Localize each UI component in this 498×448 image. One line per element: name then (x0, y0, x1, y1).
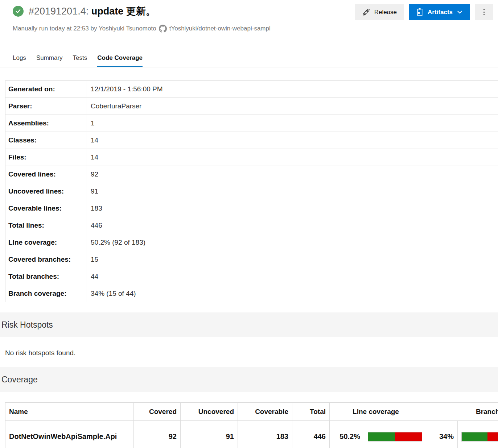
build-title-group: #20191201.4: update 更新。 (13, 4, 156, 17)
column-header-total[interactable]: Total (292, 403, 330, 421)
tab-logs[interactable]: Logs (13, 52, 26, 67)
detail-value: 183 (86, 200, 498, 217)
ellipsis-dot (483, 14, 485, 15)
page-title: #20191201.4: update 更新。 (29, 5, 156, 17)
covered-value: 92 (134, 421, 181, 448)
coverage-table-header-row: Name Covered Uncovered Coverable Total L… (5, 403, 498, 421)
table-row: Uncovered lines:91 (5, 183, 498, 200)
build-success-icon (13, 6, 24, 17)
detail-label: Uncovered lines: (5, 183, 86, 200)
zip-file-icon (416, 8, 424, 17)
table-row: Files:14 (5, 149, 498, 166)
table-row: Coverable lines:183 (5, 200, 498, 217)
build-code-coverage-page: #20191201.4: update 更新。 Release (0, 0, 498, 448)
risk-hotspots-section-header: Risk Hotspots (0, 312, 498, 337)
detail-label: Classes: (5, 132, 86, 149)
build-number: #20191201.4: (29, 6, 89, 17)
detail-label: Covered branches: (5, 251, 86, 268)
no-risk-hotspots-message: No risk hotspots found. (5, 349, 498, 357)
table-row: Parser:CoberturaParser (5, 98, 498, 115)
ellipsis-dot (483, 9, 485, 10)
table-row: Branch coverage:34% (15 of 44) (5, 285, 498, 302)
rocket-icon (362, 8, 370, 16)
detail-label: Coverable lines: (5, 200, 86, 217)
total-value: 446 (292, 421, 330, 448)
table-row: Assemblies:1 (5, 115, 498, 132)
detail-label: Line coverage: (5, 234, 86, 251)
detail-value: 12/1/2019 - 1:56:00 PM (86, 81, 498, 98)
branch-coverage-bar (461, 432, 498, 441)
artifacts-button-label: Artifacts (428, 9, 453, 16)
detail-label: Covered lines: (5, 166, 86, 183)
detail-label: Total branches: (5, 268, 86, 285)
release-button-label: Release (374, 9, 397, 16)
line-coverage-bar (368, 432, 422, 441)
detail-label: Assemblies: (5, 115, 86, 132)
coverage-summary-table: Generated on:12/1/2019 - 1:56:00 PM Pars… (5, 80, 498, 302)
build-tabs: Logs Summary Tests Code Coverage (0, 52, 498, 67)
risk-hotspots-title: Risk Hotspots (1, 320, 53, 330)
detail-label: Total lines: (5, 217, 86, 234)
assembly-name[interactable]: DotNetOwinWebApiSample.Api (5, 421, 134, 448)
coverage-detail-table: Name Covered Uncovered Coverable Total L… (5, 402, 498, 448)
coverable-value: 183 (238, 421, 292, 448)
ellipsis-dot (483, 12, 485, 13)
table-row: Covered branches:15 (5, 251, 498, 268)
repo-link[interactable]: tYoshiyuki/dotnet-owin-webapi-sampl (169, 25, 271, 32)
line-coverage-bar-fill (368, 432, 395, 441)
detail-label: Branch coverage: (5, 285, 86, 302)
table-row: Generated on:12/1/2019 - 1:56:00 PM (5, 81, 498, 98)
detail-value: 92 (86, 166, 498, 183)
github-icon (159, 25, 167, 33)
column-header-covered[interactable]: Covered (134, 403, 181, 421)
detail-label: Generated on: (5, 81, 86, 98)
detail-value: 34% (15 of 44) (86, 285, 498, 302)
coverage-section-header: Coverage (0, 367, 498, 392)
tab-code-coverage[interactable]: Code Coverage (97, 52, 143, 67)
column-header-line-coverage[interactable]: Line coverage (330, 403, 422, 421)
detail-value: 91 (86, 183, 498, 200)
table-row: Total branches:44 (5, 268, 498, 285)
build-commit-message: update 更新。 (91, 6, 156, 17)
table-row: Classes:14 (5, 132, 498, 149)
table-row: Covered lines:92 (5, 166, 498, 183)
detail-value: 15 (86, 251, 498, 268)
detail-value: 14 (86, 149, 498, 166)
line-coverage-percent: 50.2% (330, 421, 364, 448)
tab-summary[interactable]: Summary (36, 52, 63, 67)
line-coverage-bar-cell (364, 421, 422, 448)
coverage-title: Coverage (1, 375, 38, 385)
table-row: Line coverage:50.2% (92 of 183) (5, 234, 498, 251)
run-info: Manually run today at 22:53 by Yoshiyuki… (13, 25, 498, 33)
tab-tests[interactable]: Tests (73, 52, 87, 67)
detail-value: 14 (86, 132, 498, 149)
build-header: #20191201.4: update 更新。 Release (0, 0, 498, 20)
detail-value: 446 (86, 217, 498, 234)
artifacts-button[interactable]: Artifacts (409, 4, 470, 20)
uncovered-value: 91 (181, 421, 238, 448)
column-header-uncovered[interactable]: Uncovered (181, 403, 238, 421)
column-header-coverable[interactable]: Coverable (238, 403, 292, 421)
branch-coverage-percent: 34% (422, 421, 458, 448)
column-header-branch-coverage[interactable]: Branch coverage (422, 403, 498, 421)
detail-label: Files: (5, 149, 86, 166)
run-info-text: Manually run today at 22:53 by Yoshiyuki… (13, 25, 156, 32)
branch-coverage-bar-fill (462, 432, 487, 441)
detail-value: CoberturaParser (86, 98, 498, 115)
detail-value: 44 (86, 268, 498, 285)
detail-value: 50.2% (92 of 183) (86, 234, 498, 251)
chevron-down-icon (457, 9, 463, 15)
column-header-name[interactable]: Name (5, 403, 134, 421)
check-icon (15, 8, 21, 14)
detail-value: 1 (86, 115, 498, 132)
detail-label: Parser: (5, 98, 86, 115)
table-row: Total lines:446 (5, 217, 498, 234)
header-actions: Release Artifacts (355, 4, 493, 20)
more-actions-button[interactable] (475, 4, 493, 20)
release-button[interactable]: Release (355, 4, 404, 20)
coverage-assembly-row: DotNetOwinWebApiSample.Api 92 91 183 446… (5, 421, 498, 448)
branch-coverage-bar-cell (458, 421, 498, 448)
